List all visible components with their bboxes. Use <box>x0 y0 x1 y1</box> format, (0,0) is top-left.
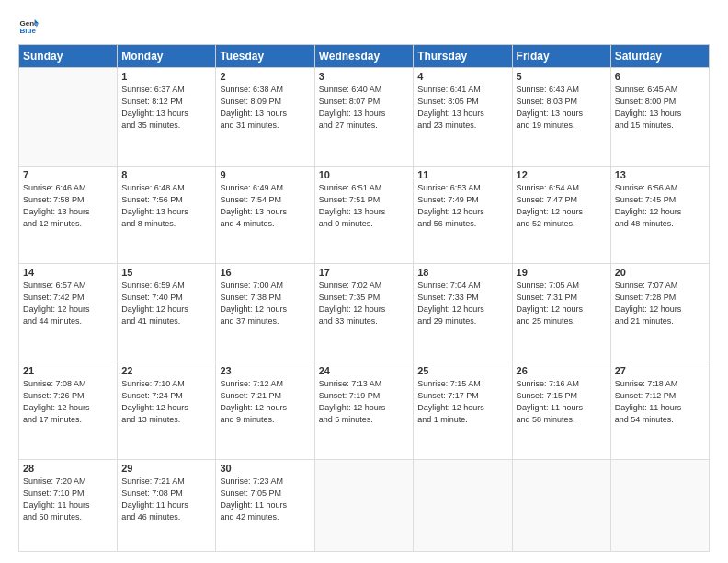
weekday-header-sunday: Sunday <box>19 45 118 68</box>
calendar-cell <box>314 460 414 552</box>
day-number: 18 <box>417 267 507 278</box>
logo: General Blue <box>18 17 42 37</box>
day-info: Sunrise: 7:10 AM Sunset: 7:24 PM Dayligh… <box>121 378 211 426</box>
calendar-cell: 19Sunrise: 7:05 AM Sunset: 7:31 PM Dayli… <box>512 264 610 362</box>
calendar-cell: 23Sunrise: 7:12 AM Sunset: 7:21 PM Dayli… <box>216 362 314 460</box>
day-number: 11 <box>417 169 507 180</box>
calendar-cell: 6Sunrise: 6:45 AM Sunset: 8:00 PM Daylig… <box>610 68 709 167</box>
day-info: Sunrise: 6:56 AM Sunset: 7:45 PM Dayligh… <box>615 182 705 230</box>
calendar-table: SundayMondayTuesdayWednesdayThursdayFrid… <box>18 44 710 552</box>
calendar-cell: 10Sunrise: 6:51 AM Sunset: 7:51 PM Dayli… <box>314 166 414 264</box>
day-number: 15 <box>121 267 211 278</box>
calendar-cell: 30Sunrise: 7:23 AM Sunset: 7:05 PM Dayli… <box>216 460 314 552</box>
calendar-cell: 27Sunrise: 7:18 AM Sunset: 7:12 PM Dayli… <box>610 362 709 460</box>
day-number: 29 <box>121 463 211 474</box>
calendar-cell: 9Sunrise: 6:49 AM Sunset: 7:54 PM Daylig… <box>216 166 314 264</box>
day-info: Sunrise: 6:40 AM Sunset: 8:07 PM Dayligh… <box>319 84 410 132</box>
day-number: 12 <box>517 169 607 180</box>
day-number: 4 <box>417 71 507 82</box>
page-header: General Blue <box>18 17 710 37</box>
day-number: 16 <box>220 267 310 278</box>
day-info: Sunrise: 6:57 AM Sunset: 7:42 PM Dayligh… <box>23 280 113 327</box>
day-number: 7 <box>23 169 113 180</box>
day-info: Sunrise: 7:20 AM Sunset: 7:10 PM Dayligh… <box>23 476 113 523</box>
day-number: 22 <box>121 365 211 376</box>
day-info: Sunrise: 6:59 AM Sunset: 7:40 PM Dayligh… <box>121 280 211 327</box>
calendar-week-row: 1Sunrise: 6:37 AM Sunset: 8:12 PM Daylig… <box>19 68 710 167</box>
day-info: Sunrise: 7:02 AM Sunset: 7:35 PM Dayligh… <box>319 280 410 327</box>
calendar-cell: 22Sunrise: 7:10 AM Sunset: 7:24 PM Dayli… <box>118 362 216 460</box>
day-info: Sunrise: 6:41 AM Sunset: 8:05 PM Dayligh… <box>417 84 507 132</box>
day-number: 19 <box>517 267 607 278</box>
calendar-cell: 18Sunrise: 7:04 AM Sunset: 7:33 PM Dayli… <box>414 264 512 362</box>
day-number: 5 <box>517 71 607 82</box>
day-info: Sunrise: 7:04 AM Sunset: 7:33 PM Dayligh… <box>417 280 507 327</box>
day-info: Sunrise: 7:00 AM Sunset: 7:38 PM Dayligh… <box>220 280 310 327</box>
calendar-cell: 13Sunrise: 6:56 AM Sunset: 7:45 PM Dayli… <box>610 166 709 264</box>
calendar-cell: 2Sunrise: 6:38 AM Sunset: 8:09 PM Daylig… <box>216 68 314 167</box>
day-number: 23 <box>220 365 310 376</box>
calendar-cell: 21Sunrise: 7:08 AM Sunset: 7:26 PM Dayli… <box>19 362 118 460</box>
day-info: Sunrise: 6:51 AM Sunset: 7:51 PM Dayligh… <box>319 182 410 230</box>
calendar-cell <box>610 460 709 552</box>
day-info: Sunrise: 7:16 AM Sunset: 7:15 PM Dayligh… <box>517 378 607 426</box>
calendar-week-row: 7Sunrise: 6:46 AM Sunset: 7:58 PM Daylig… <box>19 166 710 264</box>
calendar-week-row: 28Sunrise: 7:20 AM Sunset: 7:10 PM Dayli… <box>19 460 710 552</box>
day-number: 10 <box>319 169 410 180</box>
calendar-cell <box>19 68 118 167</box>
calendar-week-row: 14Sunrise: 6:57 AM Sunset: 7:42 PM Dayli… <box>19 264 710 362</box>
svg-text:Blue: Blue <box>19 27 36 35</box>
day-number: 30 <box>220 463 310 474</box>
day-info: Sunrise: 7:15 AM Sunset: 7:17 PM Dayligh… <box>417 378 507 426</box>
day-number: 14 <box>23 267 113 278</box>
weekday-header-wednesday: Wednesday <box>314 45 414 68</box>
day-info: Sunrise: 6:49 AM Sunset: 7:54 PM Dayligh… <box>220 182 310 230</box>
day-info: Sunrise: 6:38 AM Sunset: 8:09 PM Dayligh… <box>220 84 310 132</box>
calendar-cell: 28Sunrise: 7:20 AM Sunset: 7:10 PM Dayli… <box>19 460 118 552</box>
day-number: 26 <box>517 365 607 376</box>
day-info: Sunrise: 7:12 AM Sunset: 7:21 PM Dayligh… <box>220 378 310 426</box>
day-number: 8 <box>121 169 211 180</box>
day-number: 9 <box>220 169 310 180</box>
day-info: Sunrise: 6:48 AM Sunset: 7:56 PM Dayligh… <box>121 182 211 230</box>
day-number: 13 <box>615 169 705 180</box>
calendar-cell: 17Sunrise: 7:02 AM Sunset: 7:35 PM Dayli… <box>314 264 414 362</box>
calendar-cell <box>414 460 512 552</box>
calendar-cell: 11Sunrise: 6:53 AM Sunset: 7:49 PM Dayli… <box>414 166 512 264</box>
weekday-header-row: SundayMondayTuesdayWednesdayThursdayFrid… <box>19 45 710 68</box>
calendar-cell: 15Sunrise: 6:59 AM Sunset: 7:40 PM Dayli… <box>118 264 216 362</box>
day-number: 6 <box>615 71 705 82</box>
calendar-cell: 8Sunrise: 6:48 AM Sunset: 7:56 PM Daylig… <box>118 166 216 264</box>
day-info: Sunrise: 7:23 AM Sunset: 7:05 PM Dayligh… <box>220 476 310 523</box>
day-info: Sunrise: 7:07 AM Sunset: 7:28 PM Dayligh… <box>615 280 705 327</box>
day-info: Sunrise: 6:37 AM Sunset: 8:12 PM Dayligh… <box>121 84 211 132</box>
weekday-header-monday: Monday <box>118 45 216 68</box>
calendar-cell: 26Sunrise: 7:16 AM Sunset: 7:15 PM Dayli… <box>512 362 610 460</box>
calendar-cell: 25Sunrise: 7:15 AM Sunset: 7:17 PM Dayli… <box>414 362 512 460</box>
calendar-cell: 24Sunrise: 7:13 AM Sunset: 7:19 PM Dayli… <box>314 362 414 460</box>
calendar-cell: 7Sunrise: 6:46 AM Sunset: 7:58 PM Daylig… <box>19 166 118 264</box>
calendar-cell: 29Sunrise: 7:21 AM Sunset: 7:08 PM Dayli… <box>118 460 216 552</box>
day-info: Sunrise: 6:45 AM Sunset: 8:00 PM Dayligh… <box>615 84 705 132</box>
weekday-header-thursday: Thursday <box>414 45 512 68</box>
day-number: 1 <box>121 71 211 82</box>
day-number: 3 <box>319 71 410 82</box>
day-number: 28 <box>23 463 113 474</box>
calendar-cell <box>512 460 610 552</box>
logo-icon: General Blue <box>18 17 39 37</box>
day-info: Sunrise: 6:43 AM Sunset: 8:03 PM Dayligh… <box>517 84 607 132</box>
day-info: Sunrise: 7:05 AM Sunset: 7:31 PM Dayligh… <box>517 280 607 327</box>
day-info: Sunrise: 7:13 AM Sunset: 7:19 PM Dayligh… <box>319 378 410 426</box>
day-info: Sunrise: 6:54 AM Sunset: 7:47 PM Dayligh… <box>517 182 607 230</box>
calendar-cell: 3Sunrise: 6:40 AM Sunset: 8:07 PM Daylig… <box>314 68 414 167</box>
day-number: 21 <box>23 365 113 376</box>
day-number: 25 <box>417 365 507 376</box>
day-info: Sunrise: 6:46 AM Sunset: 7:58 PM Dayligh… <box>23 182 113 230</box>
day-number: 17 <box>319 267 410 278</box>
day-info: Sunrise: 7:08 AM Sunset: 7:26 PM Dayligh… <box>23 378 113 426</box>
day-info: Sunrise: 7:21 AM Sunset: 7:08 PM Dayligh… <box>121 476 211 523</box>
day-number: 27 <box>615 365 705 376</box>
day-number: 2 <box>220 71 310 82</box>
calendar-cell: 12Sunrise: 6:54 AM Sunset: 7:47 PM Dayli… <box>512 166 610 264</box>
calendar-cell: 16Sunrise: 7:00 AM Sunset: 7:38 PM Dayli… <box>216 264 314 362</box>
